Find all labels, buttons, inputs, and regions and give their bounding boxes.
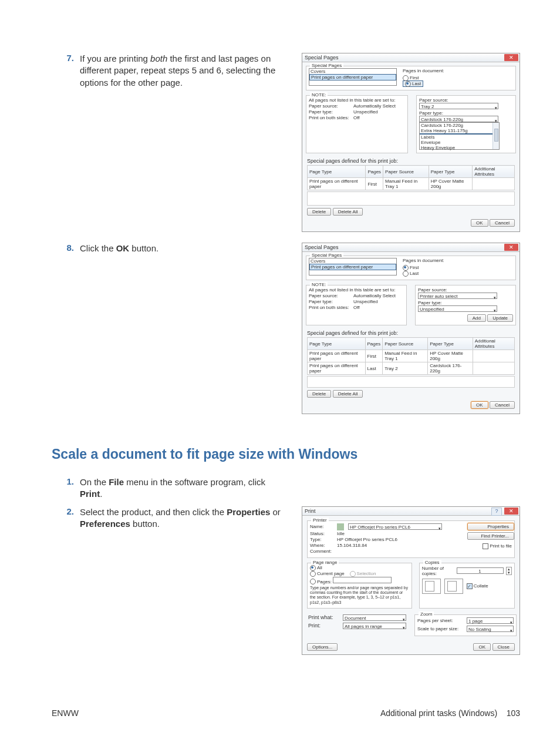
radio-selection (350, 571, 356, 577)
chevron-down-icon: ▾ (403, 624, 405, 631)
paper-source-select[interactable]: Printer auto select▾ (418, 293, 497, 299)
lbl: Paper source: (309, 293, 351, 298)
t-italic: both (150, 53, 167, 63)
lbl: Number of copies: (422, 566, 454, 576)
table-row[interactable]: Print pages on different paper Last Tray… (308, 362, 515, 375)
lbl: Name: (310, 524, 335, 529)
lbl: Scale to paper size: (417, 626, 464, 631)
cancel-button[interactable]: Cancel (490, 401, 515, 409)
properties-button[interactable]: Properties (467, 523, 514, 530)
chevron-down-icon: ▾ (510, 627, 512, 634)
list-item[interactable]: Labels (420, 135, 499, 140)
footer-section: Additional print tasks (Windows) (380, 708, 497, 718)
lbl: Current page (317, 571, 345, 576)
radio-first-label: First (410, 75, 419, 80)
t: button. (130, 519, 160, 529)
lbl: Print on both sides: (309, 115, 351, 120)
cell: HP Cover Matte 200g (428, 350, 473, 362)
pages-input[interactable] (333, 577, 392, 583)
val: All pages in range (345, 624, 382, 629)
col: Paper Type (428, 338, 473, 350)
lbl: Status: (310, 531, 335, 536)
table-row[interactable]: Print pages on different paper First Man… (308, 350, 515, 362)
collate-preview-icon (444, 579, 463, 594)
ok-button[interactable]: OK (471, 219, 488, 227)
update-button[interactable]: Update (487, 314, 513, 322)
col: Page Type (308, 166, 366, 178)
step2-text: Select the product, and then click the P… (80, 506, 288, 530)
note-text: All pages not listed in this table are s… (309, 287, 404, 293)
radio-last[interactable] (403, 271, 409, 277)
list-item-different-paper[interactable]: Print pages on different paper (309, 74, 396, 80)
scale-to-paper-select[interactable]: No Scaling▾ (467, 626, 514, 632)
print-what-select[interactable]: Document▾ (343, 614, 406, 621)
close-icon[interactable]: ✕ (504, 508, 518, 515)
pages-per-sheet-select[interactable]: 1 page▾ (467, 617, 514, 624)
list-item[interactable]: Cardstock 176-220g (420, 123, 499, 128)
list-item-different-paper[interactable]: Print pages on different paper (309, 264, 396, 270)
t: Click the (80, 243, 116, 253)
step-number-1: 1. (52, 476, 80, 486)
t: or (270, 507, 281, 517)
add-button[interactable]: Add (467, 314, 486, 322)
defined-for-label: Special pages defined for this print job… (307, 330, 515, 336)
close-button[interactable]: Close (492, 643, 515, 651)
t: menu in the software program, click (124, 477, 265, 487)
step1-text: On the File menu in the software program… (80, 476, 288, 500)
delete-all-button[interactable]: Delete All (333, 390, 363, 398)
list-item[interactable]: Extra Heavy 131-175g (420, 128, 499, 133)
step7-text: If you are printing both the first and l… (80, 53, 288, 89)
val: Automatically Select (353, 103, 396, 109)
step-number-7: 7. (52, 53, 80, 63)
print-range-select[interactable]: All pages in range▾ (343, 623, 406, 629)
close-icon[interactable]: ✕ (504, 244, 518, 251)
delete-all-button[interactable]: Delete All (333, 208, 363, 216)
dialog-title-text: Special Pages (305, 244, 339, 250)
t-bold: Print (80, 489, 100, 499)
cell (473, 362, 514, 375)
scrollbar[interactable] (492, 123, 499, 149)
val: Cardstock 176-220g (421, 117, 463, 122)
delete-button[interactable]: Delete (307, 208, 331, 216)
radio-first[interactable] (403, 75, 409, 81)
radio-all[interactable] (310, 565, 316, 571)
list-item-covers[interactable]: Covers (309, 69, 396, 74)
cancel-button[interactable]: Cancel (490, 219, 515, 227)
col: Paper Type (429, 166, 472, 178)
col: Pages (366, 166, 383, 178)
lbl: Selection (357, 571, 376, 576)
radio-pages[interactable] (310, 579, 316, 584)
radio-first[interactable] (403, 265, 409, 271)
pages-in-document-label: Pages in document: (403, 68, 513, 73)
ok-button[interactable]: OK (473, 643, 491, 651)
lbl: Paper source: (309, 103, 351, 109)
radio-last[interactable] (405, 81, 411, 87)
group-label: Special Pages (310, 63, 343, 68)
printer-group-label: Printer (311, 518, 329, 523)
collate-checkbox[interactable]: ✓ (467, 583, 473, 589)
printer-name-select[interactable]: HP Officejet Pro series PCL6▾ (348, 523, 442, 530)
list-item[interactable]: Envelope (420, 140, 499, 145)
ok-button[interactable]: OK (471, 401, 488, 409)
list-item-covers[interactable]: Covers (309, 258, 396, 264)
print-to-file-checkbox[interactable] (483, 543, 488, 549)
t-bold: Properties (227, 507, 270, 517)
list-item[interactable]: Heavy Envelope (420, 145, 499, 150)
spinner-icon[interactable]: ▲▼ (506, 567, 512, 575)
copies-group: Copies (423, 560, 441, 565)
close-icon[interactable]: ✕ (504, 54, 518, 61)
find-printer-button[interactable]: Find Printer... (467, 532, 514, 540)
table-row[interactable]: Print pages on different paper First Man… (308, 178, 515, 190)
section-title: Scale a document to fit page size with W… (52, 446, 520, 462)
defined-for-label: Special pages defined for this print job… (307, 158, 515, 164)
chevron-down-icon: ▾ (403, 616, 405, 623)
printer-icon (337, 523, 344, 530)
paper-type-select[interactable]: Cardstock 176-220g▾ (419, 116, 498, 122)
delete-button[interactable]: Delete (307, 390, 331, 398)
radio-current[interactable] (310, 571, 316, 577)
help-icon[interactable]: ? (491, 508, 502, 516)
options-button[interactable]: Options... (307, 643, 338, 651)
paper-source-select[interactable]: Tray 2▾ (419, 103, 498, 109)
num-copies-input[interactable]: 1 (457, 567, 504, 574)
paper-type-select[interactable]: Unspecified▾ (418, 305, 497, 312)
